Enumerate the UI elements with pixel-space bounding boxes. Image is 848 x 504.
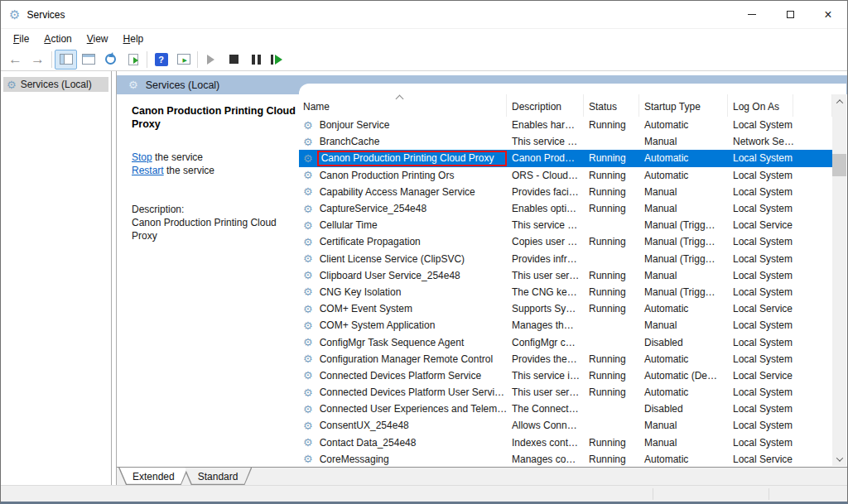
forward-button[interactable]: → [26, 50, 49, 70]
tab-extended[interactable]: Extended [118, 468, 189, 485]
table-row[interactable]: ⚙ COM+ Event System Supports Sy… Running… [299, 300, 832, 317]
service-name-cell: ⚙ Contact Data_254e48 [299, 434, 507, 450]
service-name: Connected User Experiences and Telem… [317, 401, 507, 417]
restart-icon [271, 55, 287, 65]
service-name: Canon Production Printing Cloud Proxy [317, 151, 507, 166]
menu-file[interactable]: File [6, 31, 36, 47]
table-row[interactable]: ⚙ Bonjour Service Enables har… Running A… [299, 117, 832, 133]
service-description-cell: The Connect… [507, 403, 584, 415]
service-name: Clipboard User Service_254e48 [317, 267, 507, 283]
table-row[interactable]: ⚙ Contact Data_254e48 Indexes cont… Runn… [299, 434, 832, 451]
service-startup-type-cell: Automatic [639, 353, 728, 365]
export-list-button[interactable] [122, 50, 144, 70]
selected-service-title: Canon Production Printing Cloud Proxy [132, 104, 301, 131]
service-status-cell: Running [584, 152, 639, 164]
menu-help[interactable]: Help [116, 31, 152, 47]
table-row[interactable]: ⚙ Capability Access Manager Service Prov… [299, 184, 832, 200]
scroll-down-button[interactable] [832, 452, 846, 466]
table-row[interactable]: ⚙ COM+ System Application Manages th… Ma… [299, 317, 832, 334]
service-startup-type-cell: Automatic (De… [639, 370, 728, 382]
service-name-cell: ⚙ CNG Key Isolation [299, 284, 507, 300]
console-tree-pane: ⚙ Services (Local) [1, 71, 112, 485]
service-name-cell: ⚙ Capability Access Manager Service [299, 184, 507, 199]
stop-service-link[interactable]: Stop [132, 151, 152, 163]
service-description-cell: Provides the… [507, 353, 584, 365]
back-button[interactable]: ← [4, 50, 26, 70]
table-row[interactable]: ⚙ CNG Key Isolation The CNG ke… Running … [299, 284, 832, 300]
table-row[interactable]: ⚙ Cellular Time This service … Manual (T… [299, 217, 832, 233]
column-header-status[interactable]: Status [584, 94, 639, 117]
service-name: Connected Devices Platform User Servi… [317, 385, 507, 401]
properties-button[interactable] [77, 50, 99, 70]
service-log-on-as-cell: Local System [728, 119, 793, 131]
service-name-cell: ⚙ CaptureService_254e48 [299, 201, 507, 217]
tab-standard[interactable]: Standard [184, 468, 253, 485]
help-button[interactable]: ? [150, 50, 172, 70]
service-log-on-as-cell: Local System [728, 152, 793, 164]
column-header-description[interactable]: Description [507, 94, 584, 117]
service-description-cell: The CNG ke… [507, 286, 584, 298]
service-name-cell: ⚙ Connected Devices Platform Service [299, 367, 507, 383]
close-icon: × [824, 8, 831, 22]
service-gear-icon: ⚙ [303, 170, 313, 180]
show-action-pane-button[interactable]: ▶ [172, 50, 195, 70]
menu-view[interactable]: View [80, 31, 116, 47]
stop-service-line: Stop the service [132, 151, 301, 164]
restart-service-button[interactable] [267, 50, 290, 70]
vertical-scrollbar[interactable] [832, 94, 846, 466]
service-log-on-as-cell: Local System [728, 403, 793, 415]
maximize-button[interactable] [771, 1, 809, 28]
column-header-name[interactable]: Name [299, 94, 507, 117]
service-name: ConfigMgr Task Sequence Agent [317, 334, 507, 350]
stop-service-button[interactable] [223, 50, 245, 70]
show-console-tree-button[interactable] [55, 50, 77, 70]
close-button[interactable]: × [809, 1, 847, 28]
table-row[interactable]: ⚙ Connected User Experiences and Telem… … [299, 401, 832, 417]
service-name: Bonjour Service [317, 118, 507, 133]
table-row[interactable]: ⚙ Canon Production Printing Ors ORS - Cl… [299, 167, 832, 184]
tree-item-services-local[interactable]: ⚙ Services (Local) [3, 77, 108, 92]
stop-service-text: the service [152, 151, 203, 163]
console-tree-icon [60, 54, 73, 65]
export-list-icon [128, 54, 138, 65]
table-row[interactable]: ⚙ Client License Service (ClipSVC) Provi… [299, 251, 832, 267]
minimize-button[interactable] [733, 1, 771, 28]
refresh-button[interactable] [99, 50, 122, 70]
service-log-on-as-cell: Local System [728, 353, 793, 365]
start-service-button[interactable] [200, 50, 223, 70]
table-row[interactable]: ⚙ CaptureService_254e48 Enables opti… Ru… [299, 200, 832, 217]
table-row[interactable]: ⚙ ConsentUX_254e48 Allows Conn… Manual L… [299, 417, 832, 434]
table-row[interactable]: ⚙ Connected Devices Platform User Servi…… [299, 384, 832, 401]
service-gear-icon: ⚙ [303, 237, 313, 247]
scroll-up-button[interactable] [832, 94, 846, 108]
menu-action[interactable]: Action [36, 31, 79, 47]
restart-service-link[interactable]: Restart [132, 165, 164, 176]
table-row[interactable]: ⚙ Configuration Manager Remote Control P… [299, 351, 832, 367]
service-description-cell: Indexes cont… [507, 437, 584, 449]
help-icon: ? [155, 53, 168, 66]
table-row[interactable]: ⚙ ConfigMgr Task Sequence Agent ConfigMg… [299, 334, 832, 350]
service-gear-icon: ⚙ [303, 253, 313, 264]
column-header-log-on-as[interactable]: Log On As [728, 94, 793, 117]
service-description-cell: This service … [507, 219, 584, 231]
service-status-cell: Running [584, 203, 639, 214]
scrollbar-thumb[interactable] [832, 154, 846, 176]
column-header-startup-type[interactable]: Startup Type [639, 94, 728, 117]
title-bar: ⚙ Services × [1, 1, 847, 28]
service-name-cell: ⚙ COM+ System Application [299, 318, 507, 334]
table-row[interactable]: ⚙ CoreMessaging Manages co… Running Auto… [299, 451, 832, 466]
forward-arrow-icon: → [31, 52, 45, 66]
window-controls: × [733, 1, 847, 28]
service-name: Canon Production Printing Ors [317, 167, 507, 183]
service-gear-icon: ⚙ [303, 320, 313, 331]
service-name-cell: ⚙ Connected User Experiences and Telem… [299, 401, 507, 417]
pause-service-button[interactable] [245, 50, 267, 70]
table-row[interactable]: ⚙ BranchCache This service … Manual Netw… [299, 133, 832, 150]
table-row[interactable]: ⚙ Certificate Propagation Copies user … … [299, 233, 832, 250]
service-name-cell: ⚙ Cellular Time [299, 218, 507, 233]
table-row[interactable]: ⚙ Clipboard User Service_254e48 This use… [299, 267, 832, 284]
service-startup-type-cell: Automatic [639, 119, 728, 131]
table-row[interactable]: ⚙ Connected Devices Platform Service Thi… [299, 367, 832, 384]
service-log-on-as-cell: Local Service [728, 219, 793, 231]
table-row[interactable]: ⚙ Canon Production Printing Cloud Proxy … [299, 150, 832, 166]
